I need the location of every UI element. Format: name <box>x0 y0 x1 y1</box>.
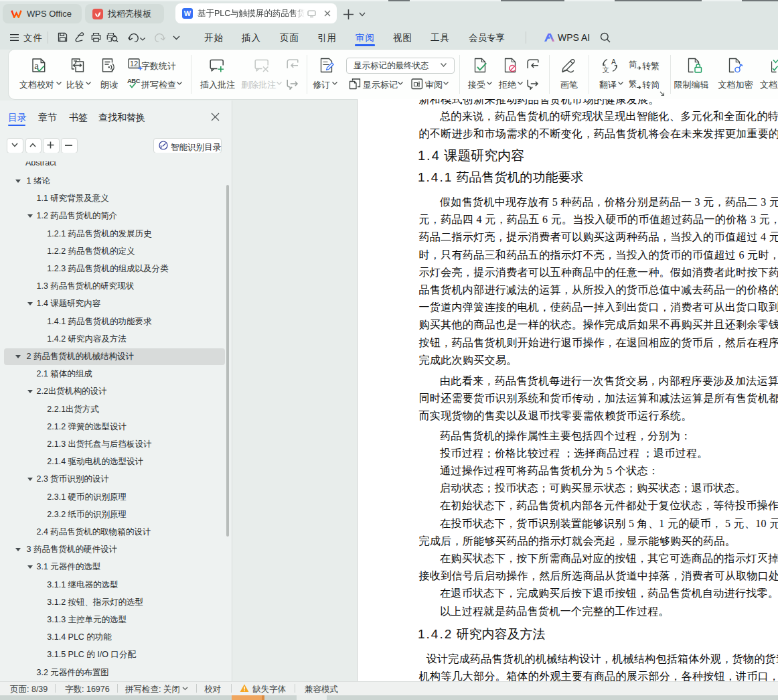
svg-text:A: A <box>611 58 616 66</box>
svg-text:繁: 繁 <box>629 79 637 88</box>
svg-text:12: 12 <box>130 60 138 68</box>
svg-text:W: W <box>184 9 191 17</box>
svg-text:文: 文 <box>603 66 610 74</box>
svg-text:ABC: ABC <box>127 77 141 84</box>
svg-text:简: 简 <box>629 60 637 69</box>
